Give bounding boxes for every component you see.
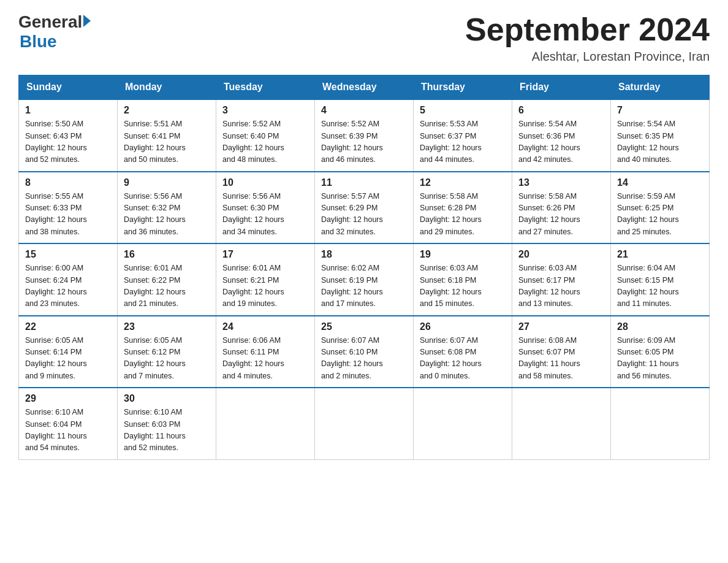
- day-info: Sunrise: 6:07 AMSunset: 6:08 PMDaylight:…: [420, 335, 506, 383]
- table-row: 15 Sunrise: 6:00 AMSunset: 6:24 PMDaylig…: [19, 243, 118, 316]
- day-info: Sunrise: 5:55 AMSunset: 6:33 PMDaylight:…: [25, 191, 111, 239]
- day-number: 23: [124, 321, 210, 332]
- day-info: Sunrise: 6:02 AMSunset: 6:19 PMDaylight:…: [321, 262, 407, 310]
- day-number: 8: [25, 177, 111, 188]
- table-row: 10 Sunrise: 5:56 AMSunset: 6:30 PMDaylig…: [216, 172, 315, 244]
- location-subtitle: Aleshtar, Lorestan Province, Iran: [465, 50, 710, 64]
- day-info: Sunrise: 6:01 AMSunset: 6:21 PMDaylight:…: [222, 262, 308, 310]
- calendar-week-row: 1 Sunrise: 5:50 AMSunset: 6:43 PMDayligh…: [19, 99, 710, 172]
- table-row: 21 Sunrise: 6:04 AMSunset: 6:15 PMDaylig…: [611, 243, 710, 316]
- day-info: Sunrise: 5:56 AMSunset: 6:30 PMDaylight:…: [222, 191, 308, 239]
- table-row: 29 Sunrise: 6:10 AMSunset: 6:04 PMDaylig…: [19, 388, 118, 459]
- table-row: 6 Sunrise: 5:54 AMSunset: 6:36 PMDayligh…: [512, 99, 611, 172]
- day-info: Sunrise: 5:56 AMSunset: 6:32 PMDaylight:…: [124, 191, 210, 239]
- day-number: 12: [420, 177, 506, 188]
- col-saturday: Saturday: [611, 75, 710, 100]
- day-info: Sunrise: 6:05 AMSunset: 6:12 PMDaylight:…: [124, 335, 210, 383]
- table-row: [216, 388, 315, 459]
- day-info: Sunrise: 5:57 AMSunset: 6:29 PMDaylight:…: [321, 191, 407, 239]
- table-row: 18 Sunrise: 6:02 AMSunset: 6:19 PMDaylig…: [315, 243, 414, 316]
- day-info: Sunrise: 6:03 AMSunset: 6:18 PMDaylight:…: [420, 262, 506, 310]
- calendar-week-row: 22 Sunrise: 6:05 AMSunset: 6:14 PMDaylig…: [19, 316, 710, 388]
- day-info: Sunrise: 5:59 AMSunset: 6:25 PMDaylight:…: [617, 191, 703, 239]
- day-number: 11: [321, 177, 407, 188]
- logo: General Blue: [18, 12, 91, 52]
- table-row: [315, 388, 414, 459]
- col-sunday: Sunday: [19, 75, 118, 100]
- col-wednesday: Wednesday: [315, 75, 414, 100]
- day-number: 27: [518, 321, 604, 332]
- day-number: 6: [518, 105, 604, 116]
- table-row: 27 Sunrise: 6:08 AMSunset: 6:07 PMDaylig…: [512, 316, 611, 388]
- day-number: 2: [124, 105, 210, 116]
- calendar-week-row: 8 Sunrise: 5:55 AMSunset: 6:33 PMDayligh…: [19, 172, 710, 244]
- day-info: Sunrise: 5:54 AMSunset: 6:35 PMDaylight:…: [617, 118, 703, 166]
- logo-general-text: General: [18, 12, 82, 32]
- table-row: 2 Sunrise: 5:51 AMSunset: 6:41 PMDayligh…: [118, 99, 216, 172]
- day-info: Sunrise: 6:10 AMSunset: 6:04 PMDaylight:…: [25, 407, 111, 454]
- day-info: Sunrise: 6:08 AMSunset: 6:07 PMDaylight:…: [518, 335, 604, 383]
- table-row: 3 Sunrise: 5:52 AMSunset: 6:40 PMDayligh…: [216, 99, 315, 172]
- day-number: 15: [25, 249, 111, 260]
- table-row: 20 Sunrise: 6:03 AMSunset: 6:17 PMDaylig…: [512, 243, 611, 316]
- day-number: 19: [420, 249, 506, 260]
- day-info: Sunrise: 5:51 AMSunset: 6:41 PMDaylight:…: [124, 118, 210, 166]
- day-info: Sunrise: 6:09 AMSunset: 6:05 PMDaylight:…: [617, 335, 703, 383]
- day-number: 29: [25, 393, 111, 404]
- day-info: Sunrise: 6:00 AMSunset: 6:24 PMDaylight:…: [25, 262, 111, 310]
- day-info: Sunrise: 5:50 AMSunset: 6:43 PMDaylight:…: [25, 118, 111, 166]
- table-row: [611, 388, 710, 459]
- day-info: Sunrise: 6:10 AMSunset: 6:03 PMDaylight:…: [124, 407, 210, 454]
- day-number: 24: [222, 321, 308, 332]
- day-number: 30: [124, 393, 210, 404]
- day-number: 21: [617, 249, 703, 260]
- day-number: 3: [222, 105, 308, 116]
- table-row: 14 Sunrise: 5:59 AMSunset: 6:25 PMDaylig…: [611, 172, 710, 244]
- table-row: 8 Sunrise: 5:55 AMSunset: 6:33 PMDayligh…: [19, 172, 118, 244]
- table-row: 19 Sunrise: 6:03 AMSunset: 6:18 PMDaylig…: [414, 243, 512, 316]
- day-info: Sunrise: 6:03 AMSunset: 6:17 PMDaylight:…: [518, 262, 604, 310]
- day-info: Sunrise: 5:54 AMSunset: 6:36 PMDaylight:…: [518, 118, 604, 166]
- col-friday: Friday: [512, 75, 611, 100]
- day-info: Sunrise: 6:07 AMSunset: 6:10 PMDaylight:…: [321, 335, 407, 383]
- day-number: 14: [617, 177, 703, 188]
- day-number: 18: [321, 249, 407, 260]
- day-info: Sunrise: 5:52 AMSunset: 6:39 PMDaylight:…: [321, 118, 407, 166]
- day-number: 7: [617, 105, 703, 116]
- calendar-week-row: 15 Sunrise: 6:00 AMSunset: 6:24 PMDaylig…: [19, 243, 710, 316]
- table-row: 17 Sunrise: 6:01 AMSunset: 6:21 PMDaylig…: [216, 243, 315, 316]
- page-header: General Blue September 2024 Aleshtar, Lo…: [18, 12, 710, 64]
- table-row: 11 Sunrise: 5:57 AMSunset: 6:29 PMDaylig…: [315, 172, 414, 244]
- table-row: 4 Sunrise: 5:52 AMSunset: 6:39 PMDayligh…: [315, 99, 414, 172]
- day-number: 26: [420, 321, 506, 332]
- day-number: 25: [321, 321, 407, 332]
- table-row: 30 Sunrise: 6:10 AMSunset: 6:03 PMDaylig…: [118, 388, 216, 459]
- table-row: 1 Sunrise: 5:50 AMSunset: 6:43 PMDayligh…: [19, 99, 118, 172]
- table-row: 26 Sunrise: 6:07 AMSunset: 6:08 PMDaylig…: [414, 316, 512, 388]
- day-number: 4: [321, 105, 407, 116]
- month-title: September 2024: [465, 12, 710, 47]
- table-row: 23 Sunrise: 6:05 AMSunset: 6:12 PMDaylig…: [118, 316, 216, 388]
- logo-blue-text: Blue: [20, 32, 57, 52]
- logo-triangle-icon: [83, 15, 91, 27]
- day-info: Sunrise: 5:58 AMSunset: 6:26 PMDaylight:…: [518, 191, 604, 239]
- table-row: [414, 388, 512, 459]
- col-monday: Monday: [118, 75, 216, 100]
- day-info: Sunrise: 5:58 AMSunset: 6:28 PMDaylight:…: [420, 191, 506, 239]
- day-number: 16: [124, 249, 210, 260]
- table-row: 7 Sunrise: 5:54 AMSunset: 6:35 PMDayligh…: [611, 99, 710, 172]
- day-info: Sunrise: 6:01 AMSunset: 6:22 PMDaylight:…: [124, 262, 210, 310]
- table-row: 13 Sunrise: 5:58 AMSunset: 6:26 PMDaylig…: [512, 172, 611, 244]
- table-row: 24 Sunrise: 6:06 AMSunset: 6:11 PMDaylig…: [216, 316, 315, 388]
- day-info: Sunrise: 6:04 AMSunset: 6:15 PMDaylight:…: [617, 262, 703, 310]
- day-info: Sunrise: 5:52 AMSunset: 6:40 PMDaylight:…: [222, 118, 308, 166]
- table-row: 9 Sunrise: 5:56 AMSunset: 6:32 PMDayligh…: [118, 172, 216, 244]
- col-thursday: Thursday: [414, 75, 512, 100]
- day-number: 1: [25, 105, 111, 116]
- day-info: Sunrise: 5:53 AMSunset: 6:37 PMDaylight:…: [420, 118, 506, 166]
- day-number: 22: [25, 321, 111, 332]
- calendar-table: Sunday Monday Tuesday Wednesday Thursday…: [18, 75, 710, 460]
- day-number: 20: [518, 249, 604, 260]
- day-info: Sunrise: 6:06 AMSunset: 6:11 PMDaylight:…: [222, 335, 308, 383]
- day-number: 10: [222, 177, 308, 188]
